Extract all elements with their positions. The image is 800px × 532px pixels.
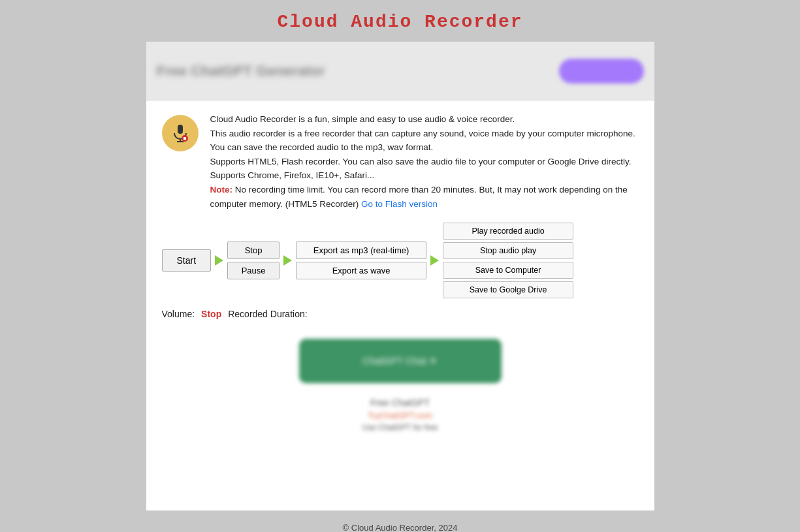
volume-label: Volume: <box>162 309 195 319</box>
mic-icon <box>162 115 199 151</box>
stop-audio-button[interactable]: Stop audio play <box>443 242 573 259</box>
pause-button[interactable]: Pause <box>227 262 280 279</box>
ad-text2-group: Free ChatGPT TryChatGPT.com Use ChatGPT … <box>362 398 438 432</box>
mic-svg <box>170 123 190 143</box>
arrow-icon-1 <box>215 255 223 266</box>
arrow-icon-3 <box>430 255 439 266</box>
note-label: Note: <box>210 185 233 195</box>
description-row: Cloud Audio Recorder is a fun, simple an… <box>162 112 639 211</box>
flash-link[interactable]: Go to Flash version <box>361 199 438 209</box>
page-title: Cloud Audio Recorder <box>277 12 522 32</box>
description-text: Cloud Audio Recorder is a fun, simple an… <box>210 112 639 211</box>
start-button[interactable]: Start <box>162 249 212 272</box>
recorded-duration-label: Recorded Duration: <box>228 309 307 319</box>
export-wave-button[interactable]: Export as wave <box>296 262 426 279</box>
save-drive-button[interactable]: Save to Goolge Drive <box>443 281 573 298</box>
recorder-controls: Start Stop Pause Export as mp3 (real-tim… <box>162 223 639 298</box>
play-recorded-button[interactable]: Play recorded audio <box>443 223 573 240</box>
arrow-icon-2 <box>283 255 292 266</box>
svg-rect-4 <box>184 137 186 140</box>
stop-button[interactable]: Stop <box>227 242 280 259</box>
ad-green-text: ChatGPT Chat ✦ <box>362 355 438 367</box>
ad-banner-text: Free ChatGPT Generator <box>157 63 325 80</box>
desc-line1: Cloud Audio Recorder is a fun, simple an… <box>210 114 515 124</box>
ad-banner: Free ChatGPT Generator <box>146 42 654 101</box>
svg-rect-0 <box>178 125 183 134</box>
playback-group: Play recorded audio Stop audio play Save… <box>443 223 573 298</box>
ad-green-banner[interactable]: ChatGPT Chat ✦ <box>299 339 502 383</box>
save-computer-button[interactable]: Save to Computer <box>443 262 573 279</box>
footer: © Cloud Audio Recorder, 2024 <box>343 523 458 532</box>
desc-line2: This audio recorder is a free recorder t… <box>210 129 635 153</box>
volume-stop-link[interactable]: Stop <box>201 309 221 319</box>
ad-text2-line3: Use ChatGPT for free <box>362 423 438 432</box>
volume-row: Volume: Stop Recorded Duration: <box>162 309 639 319</box>
stop-pause-group: Stop Pause <box>227 242 280 279</box>
main-container: Free ChatGPT Generator Cloud Audio Recor… <box>146 41 655 511</box>
export-group: Export as mp3 (real-time) Export as wave <box>296 242 426 279</box>
ads-bottom: ChatGPT Chat ✦ Free ChatGPT TryChatGPT.c… <box>162 339 639 432</box>
desc-line3: Supports HTML5, Flash recorder. You can … <box>210 157 632 181</box>
ad-text2-line1: Free ChatGPT <box>370 398 430 408</box>
content-area: Cloud Audio Recorder is a fun, simple an… <box>146 101 654 444</box>
ad-banner-button[interactable] <box>559 59 644 84</box>
export-mp3-button[interactable]: Export as mp3 (real-time) <box>296 242 426 259</box>
ad-text2-line2: TryChatGPT.com <box>368 411 432 420</box>
